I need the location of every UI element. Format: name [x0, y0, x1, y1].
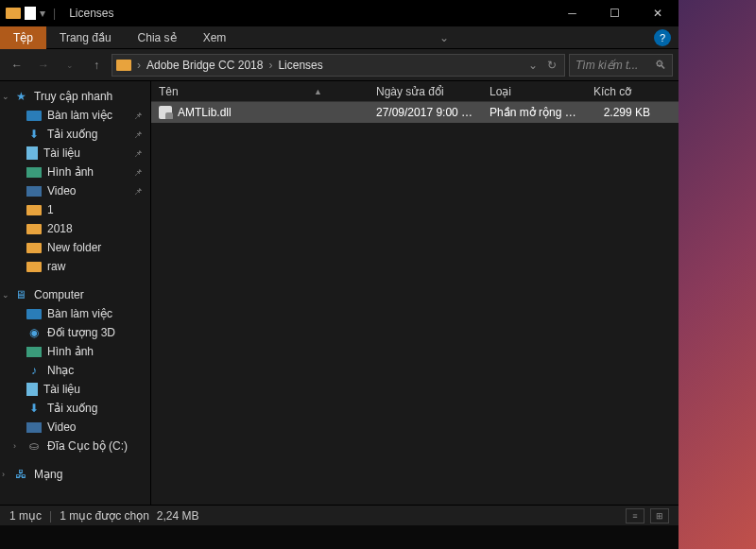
folder-icon	[26, 205, 42, 215]
document-icon	[26, 146, 38, 160]
pin-icon: 📌︎	[133, 148, 143, 159]
breadcrumb[interactable]: Licenses	[278, 59, 322, 72]
sidebar-item-folder[interactable]: New folder	[0, 238, 150, 257]
sidebar-item-network[interactable]: ›🖧︎Mạng	[0, 465, 150, 484]
taskbar[interactable]	[0, 525, 679, 549]
file-row[interactable]: AMTLib.dll 27/09/2017 9:00 CH Phần mở rộ…	[151, 102, 679, 123]
sidebar-item-documents[interactable]: Tài liệu📌︎	[0, 144, 150, 163]
sidebar-item-music[interactable]: ♪Nhạc	[0, 361, 150, 380]
file-list: Tên▲ Ngày sửa đổi Loại Kích cỡ AMTLib.dl…	[151, 81, 679, 505]
tab-file[interactable]: Tệp	[0, 26, 46, 49]
address-dropdown-icon[interactable]: ⌄	[528, 59, 538, 72]
refresh-icon[interactable]: ↻	[547, 59, 557, 72]
sidebar-item-documents[interactable]: Tài liệu	[0, 380, 150, 399]
sidebar: ⌄★Truy cập nhanh Bàn làm việc📌︎ ⬇Tải xuố…	[0, 81, 151, 505]
pin-icon: 📌︎	[133, 167, 143, 178]
pin-icon: 📌︎	[133, 111, 143, 121]
pin-icon: 📌︎	[133, 129, 143, 140]
computer-icon: 🖥︎	[13, 288, 28, 301]
chevron-right-icon[interactable]: ›	[137, 59, 141, 72]
sidebar-item-pictures[interactable]: Hình ảnh📌︎	[0, 163, 150, 181]
up-button[interactable]: ↑	[85, 54, 108, 77]
disk-icon: ⛀	[26, 439, 42, 453]
view-details-button[interactable]: ≡	[626, 508, 644, 523]
star-icon: ★	[13, 90, 28, 103]
minimize-button[interactable]: ─	[551, 0, 593, 26]
tab-home[interactable]: Trang đầu	[46, 26, 125, 49]
chevron-right-icon[interactable]: ›	[268, 59, 272, 72]
ribbon-chevron-icon[interactable]: ⌄	[439, 31, 455, 44]
sidebar-item-folder[interactable]: raw	[0, 257, 150, 276]
explorer-window: ▾ | Licenses ─ ☐ ✕ Tệp Trang đầu Chia sẻ…	[0, 0, 679, 525]
folder-icon	[6, 8, 21, 19]
sidebar-item-video[interactable]: Video📌︎	[0, 181, 150, 200]
titlebar[interactable]: ▾ | Licenses ─ ☐ ✕	[0, 0, 679, 26]
sidebar-item-pictures[interactable]: Hình ảnh	[0, 342, 150, 361]
folder-icon	[26, 224, 42, 234]
column-type[interactable]: Loại	[482, 85, 586, 98]
column-name[interactable]: Tên▲	[151, 85, 369, 98]
status-size: 2,24 MB	[157, 509, 199, 523]
window-title: Licenses	[69, 7, 113, 20]
status-item-count: 1 mục	[9, 509, 42, 523]
back-button[interactable]: ←	[6, 54, 28, 77]
sidebar-item-computer[interactable]: ⌄🖥︎Computer	[0, 285, 150, 304]
music-icon: ♪	[26, 364, 42, 377]
address-bar[interactable]: › Adobe Bridge CC 2018 › Licenses ⌄ ↻	[112, 54, 565, 77]
sort-asc-icon: ▲	[314, 87, 322, 96]
download-icon: ⬇	[26, 402, 42, 415]
search-icon: 🔍︎	[655, 59, 666, 72]
column-headers: Tên▲ Ngày sửa đổi Loại Kích cỡ	[151, 81, 679, 102]
status-selected: 1 mục được chọn	[60, 509, 149, 523]
tab-view[interactable]: Xem	[190, 26, 240, 49]
sidebar-item-downloads[interactable]: ⬇Tải xuống	[0, 399, 150, 418]
dropdown-icon[interactable]: ▾	[40, 7, 45, 20]
folder-icon	[26, 262, 42, 272]
sidebar-item-downloads[interactable]: ⬇Tải xuống📌︎	[0, 125, 150, 144]
video-icon	[26, 422, 42, 433]
ribbon-tabs: Tệp Trang đầu Chia sẻ Xem ⌄ ?	[0, 26, 679, 49]
sidebar-item-folder[interactable]: 1	[0, 200, 150, 219]
network-icon: 🖧︎	[13, 468, 28, 481]
pictures-icon	[26, 347, 42, 357]
cube-icon: ◉	[26, 326, 42, 339]
folder-icon	[26, 243, 42, 253]
sidebar-item-localdisk[interactable]: ›⛀Đĩa Cục bộ (C:)	[0, 437, 150, 455]
statusbar: 1 mục | 1 mục được chọn 2,24 MB ≡ ⊞	[0, 505, 679, 525]
download-icon: ⬇	[26, 128, 42, 141]
desktop-icon	[26, 111, 42, 121]
column-date[interactable]: Ngày sửa đổi	[369, 85, 482, 98]
pictures-icon	[26, 167, 42, 178]
desktop-wallpaper	[679, 0, 756, 549]
view-thumbnails-button[interactable]: ⊞	[650, 508, 669, 523]
breadcrumb[interactable]: Adobe Bridge CC 2018	[146, 59, 263, 72]
sidebar-item-desktop[interactable]: Bàn làm việc	[0, 304, 150, 323]
column-size[interactable]: Kích cỡ	[586, 85, 679, 98]
forward-button[interactable]: →	[32, 54, 55, 77]
tab-share[interactable]: Chia sẻ	[125, 26, 190, 49]
pin-icon: 📌︎	[133, 186, 143, 197]
sidebar-item-quickaccess[interactable]: ⌄★Truy cập nhanh	[0, 87, 150, 106]
sidebar-item-3d[interactable]: ◉Đối tượng 3D	[0, 323, 150, 342]
sidebar-item-desktop[interactable]: Bàn làm việc📌︎	[0, 106, 150, 125]
document-icon	[26, 383, 38, 396]
history-dropdown[interactable]: ⌄	[59, 54, 81, 77]
page-icon	[25, 7, 36, 20]
sidebar-item-video[interactable]: Video	[0, 418, 150, 437]
maximize-button[interactable]: ☐	[593, 0, 636, 26]
sidebar-item-folder[interactable]: 2018	[0, 219, 150, 238]
help-button[interactable]: ?	[654, 29, 671, 46]
video-icon	[26, 186, 42, 197]
desktop-icon	[26, 309, 42, 319]
navbar: ← → ⌄ ↑ › Adobe Bridge CC 2018 › License…	[0, 49, 679, 81]
dll-file-icon	[159, 106, 172, 119]
close-button[interactable]: ✕	[636, 0, 679, 26]
search-input[interactable]: Tìm kiếm t... 🔍︎	[569, 54, 673, 77]
folder-icon	[116, 60, 131, 71]
